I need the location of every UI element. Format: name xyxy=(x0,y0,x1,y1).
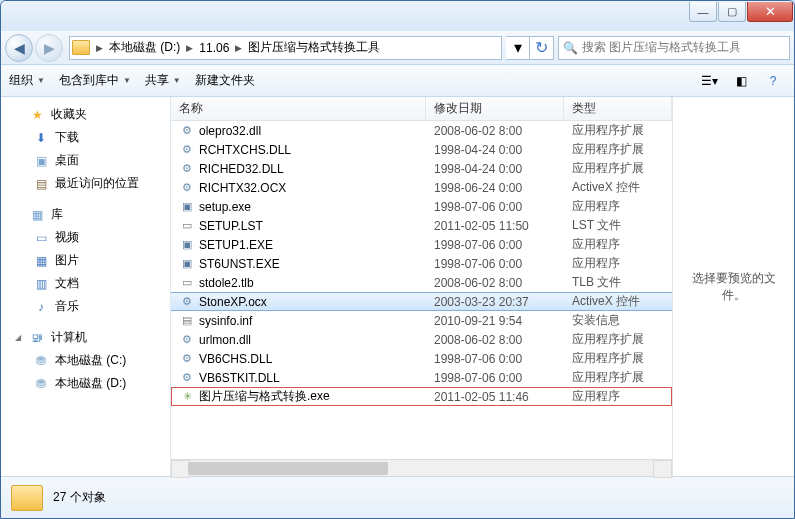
column-name[interactable]: 名称 xyxy=(171,97,426,120)
back-button[interactable]: ◀ xyxy=(5,34,33,62)
file-icon: ▤ xyxy=(179,313,195,329)
sidebar-item-downloads[interactable]: ⬇下载 xyxy=(1,126,170,149)
sidebar: ★收藏夹 ⬇下载 ▣桌面 ▤最近访问的位置 ▦库 ▭视频 ▦图片 ▥文档 ♪音乐… xyxy=(1,97,171,476)
organize-menu[interactable]: 组织▼ xyxy=(9,72,45,89)
file-date: 2011-02-05 11:46 xyxy=(426,390,564,404)
maximize-button[interactable]: ▢ xyxy=(718,2,746,22)
file-name: ST6UNST.EXE xyxy=(199,257,280,271)
breadcrumb-drive[interactable]: 本地磁盘 (D:) xyxy=(105,37,184,59)
table-row[interactable]: ⚙VB6CHS.DLL1998-07-06 0:00应用程序扩展 xyxy=(171,349,672,368)
minimize-button[interactable]: — xyxy=(689,2,717,22)
file-date: 1998-04-24 0:00 xyxy=(426,143,564,157)
computer-icon: 🖳 xyxy=(29,331,45,345)
refresh-button[interactable]: ↻ xyxy=(530,36,554,60)
sidebar-computer[interactable]: ◢🖳计算机 xyxy=(1,326,170,349)
file-type: 应用程序扩展 xyxy=(564,122,672,139)
sidebar-favorites[interactable]: ★收藏夹 xyxy=(1,103,170,126)
file-type: 应用程序扩展 xyxy=(564,141,672,158)
chevron-down-icon: ▼ xyxy=(37,76,45,85)
file-icon: ⚙ xyxy=(179,370,195,386)
table-row[interactable]: ▣setup.exe1998-07-06 0:00应用程序 xyxy=(171,197,672,216)
table-row[interactable]: ▤sysinfo.inf2010-09-21 9:54安装信息 xyxy=(171,311,672,330)
breadcrumb-current[interactable]: 图片压缩与格式转换工具 xyxy=(244,37,384,59)
table-row[interactable]: ⚙RICHTX32.OCX1998-06-24 0:00ActiveX 控件 xyxy=(171,178,672,197)
file-type: 应用程序 xyxy=(564,198,672,215)
column-headers: 名称 修改日期 类型 xyxy=(171,97,672,121)
video-icon: ▭ xyxy=(33,231,49,245)
collapse-icon: ◢ xyxy=(15,333,23,342)
chevron-right-icon: ▶ xyxy=(233,43,244,53)
chevron-down-icon: ▼ xyxy=(173,76,181,85)
drive-icon: ⛃ xyxy=(33,354,49,368)
sidebar-item-desktop[interactable]: ▣桌面 xyxy=(1,149,170,172)
sidebar-item-recent[interactable]: ▤最近访问的位置 xyxy=(1,172,170,195)
file-icon: ▣ xyxy=(179,256,195,272)
table-row[interactable]: ⚙StoneXP.ocx2003-03-23 20:37ActiveX 控件 xyxy=(171,292,672,311)
share-menu[interactable]: 共享▼ xyxy=(145,72,181,89)
status-text: 27 个对象 xyxy=(53,489,106,506)
include-menu[interactable]: 包含到库中▼ xyxy=(59,72,131,89)
table-row[interactable]: ✳图片压缩与格式转换.exe2011-02-05 11:46应用程序 xyxy=(171,387,672,406)
file-name: sysinfo.inf xyxy=(199,314,252,328)
file-icon: ▭ xyxy=(179,275,195,291)
file-icon: ▣ xyxy=(179,199,195,215)
preview-pane-button[interactable]: ◧ xyxy=(728,70,754,92)
sidebar-item-videos[interactable]: ▭视频 xyxy=(1,226,170,249)
file-icon: ⚙ xyxy=(179,142,195,158)
help-button[interactable]: ? xyxy=(760,70,786,92)
forward-button[interactable]: ▶ xyxy=(35,34,63,62)
file-date: 1998-07-06 0:00 xyxy=(426,371,564,385)
column-date[interactable]: 修改日期 xyxy=(426,97,564,120)
document-icon: ▥ xyxy=(33,277,49,291)
table-row[interactable]: ⚙RICHED32.DLL1998-04-24 0:00应用程序扩展 xyxy=(171,159,672,178)
chevron-down-icon: ▼ xyxy=(123,76,131,85)
sidebar-item-drive-c[interactable]: ⛃本地磁盘 (C:) xyxy=(1,349,170,372)
newfolder-button[interactable]: 新建文件夹 xyxy=(195,72,255,89)
search-box[interactable]: 🔍 搜索 图片压缩与格式转换工具 xyxy=(558,36,790,60)
file-date: 2010-09-21 9:54 xyxy=(426,314,564,328)
file-icon: ⚙ xyxy=(179,294,195,310)
file-name: VB6CHS.DLL xyxy=(199,352,272,366)
file-date: 1998-04-24 0:00 xyxy=(426,162,564,176)
table-row[interactable]: ▣ST6UNST.EXE1998-07-06 0:00应用程序 xyxy=(171,254,672,273)
file-icon: ▣ xyxy=(179,237,195,253)
file-icon: ▭ xyxy=(179,218,195,234)
file-date: 1998-07-06 0:00 xyxy=(426,200,564,214)
scrollbar-thumb[interactable] xyxy=(188,462,388,475)
file-name: setup.exe xyxy=(199,200,251,214)
sidebar-item-pictures[interactable]: ▦图片 xyxy=(1,249,170,272)
history-dropdown[interactable]: ▾ xyxy=(506,36,530,60)
desktop-icon: ▣ xyxy=(33,154,49,168)
table-row[interactable]: ▣SETUP1.EXE1998-07-06 0:00应用程序 xyxy=(171,235,672,254)
file-area: 名称 修改日期 类型 ⚙olepro32.dll2008-06-02 8:00应… xyxy=(171,97,672,476)
file-type: 应用程序 xyxy=(564,236,672,253)
horizontal-scrollbar[interactable] xyxy=(171,459,672,476)
file-list[interactable]: ⚙olepro32.dll2008-06-02 8:00应用程序扩展⚙RCHTX… xyxy=(171,121,672,459)
music-icon: ♪ xyxy=(33,300,49,314)
file-name: 图片压缩与格式转换.exe xyxy=(199,388,330,405)
table-row[interactable]: ▭SETUP.LST2011-02-05 11:50LST 文件 xyxy=(171,216,672,235)
main: 名称 修改日期 类型 ⚙olepro32.dll2008-06-02 8:00应… xyxy=(171,97,794,476)
file-icon: ⚙ xyxy=(179,351,195,367)
file-icon: ⚙ xyxy=(179,332,195,348)
file-name: SETUP1.EXE xyxy=(199,238,273,252)
file-name: olepro32.dll xyxy=(199,124,261,138)
table-row[interactable]: ⚙RCHTXCHS.DLL1998-04-24 0:00应用程序扩展 xyxy=(171,140,672,159)
breadcrumb-folder[interactable]: 11.06 xyxy=(195,37,233,59)
table-row[interactable]: ▭stdole2.tlb2008-06-02 8:00TLB 文件 xyxy=(171,273,672,292)
table-row[interactable]: ⚙VB6STKIT.DLL1998-07-06 0:00应用程序扩展 xyxy=(171,368,672,387)
column-type[interactable]: 类型 xyxy=(564,97,672,120)
table-row[interactable]: ⚙urlmon.dll2008-06-02 8:00应用程序扩展 xyxy=(171,330,672,349)
table-row[interactable]: ⚙olepro32.dll2008-06-02 8:00应用程序扩展 xyxy=(171,121,672,140)
address-bar[interactable]: ▶ 本地磁盘 (D:) ▶ 11.06 ▶ 图片压缩与格式转换工具 xyxy=(69,36,502,60)
sidebar-item-music[interactable]: ♪音乐 xyxy=(1,295,170,318)
sidebar-item-drive-d[interactable]: ⛃本地磁盘 (D:) xyxy=(1,372,170,395)
sidebar-libraries[interactable]: ▦库 xyxy=(1,203,170,226)
sidebar-item-documents[interactable]: ▥文档 xyxy=(1,272,170,295)
explorer-window: — ▢ ✕ ◀ ▶ ▶ 本地磁盘 (D:) ▶ 11.06 ▶ 图片压缩与格式转… xyxy=(0,0,795,519)
close-button[interactable]: ✕ xyxy=(747,2,793,22)
view-options-button[interactable]: ☰▾ xyxy=(696,70,722,92)
file-date: 2003-03-23 20:37 xyxy=(426,295,564,309)
search-placeholder: 搜索 图片压缩与格式转换工具 xyxy=(582,39,741,56)
recent-icon: ▤ xyxy=(33,177,49,191)
